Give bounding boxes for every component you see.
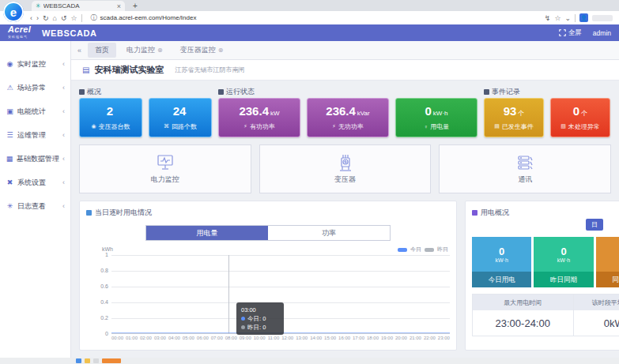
sidebar-item[interactable]: ✳ 日志查看 ‹ bbox=[0, 194, 70, 218]
sidebar-item[interactable]: ✖ 系统设置 ‹ bbox=[0, 171, 70, 194]
tile-yesterday-usage: 0 kW·h 昨日同期 bbox=[534, 237, 593, 287]
profile-label bbox=[592, 15, 613, 21]
station-address: 江苏省无锡市江阴市南闸 bbox=[175, 66, 244, 74]
info-icon[interactable]: ⓘ bbox=[91, 13, 97, 22]
event-list-icon: ▤ bbox=[494, 123, 500, 129]
tab-energy[interactable]: 用电量 bbox=[146, 226, 268, 240]
favorite-icon[interactable]: ☆ bbox=[71, 14, 77, 22]
address-bar: ‹ › ↻ ⌂ ↺ ☆ ⓘ scada.acrel-eem.com/Home/I… bbox=[0, 11, 619, 24]
tab-close-icon[interactable]: ⊗ bbox=[157, 47, 163, 54]
transformer-icon bbox=[336, 154, 355, 171]
chevron-expand-icon: ‹ bbox=[62, 131, 65, 139]
browser-tab[interactable]: ✳ WEBSCADA × bbox=[32, 1, 125, 11]
url-box[interactable]: ⓘ scada.acrel-eem.com/Home/Index bbox=[86, 13, 541, 22]
chevron-expand-icon: ‹ bbox=[62, 60, 65, 68]
x-tick: 13:00 bbox=[296, 336, 308, 340]
period-day-button[interactable]: 日 bbox=[586, 219, 603, 231]
shortcut-label: 变压器 bbox=[334, 174, 356, 185]
sidebar-item-label: 实时监控 bbox=[17, 59, 46, 69]
taskbar-app-icon[interactable] bbox=[85, 358, 90, 363]
x-tick: 07:00 bbox=[211, 336, 223, 340]
taskbar-app-icon[interactable] bbox=[102, 358, 121, 363]
legend-today-icon[interactable] bbox=[398, 248, 407, 252]
x-tick: 03:00 bbox=[154, 336, 166, 340]
y-tick: 0.2 bbox=[91, 315, 108, 321]
sidebar-item[interactable]: ◉ 实时监控 ‹ bbox=[0, 52, 70, 76]
tab-transformer-monitoring[interactable]: 变压器监控 ⊗ bbox=[173, 43, 231, 58]
stat-card-active-power[interactable]: 236.4kW ⚡有功功率 bbox=[218, 98, 300, 137]
forward-icon[interactable]: › bbox=[36, 14, 39, 22]
tab-home[interactable]: 首页 bbox=[88, 43, 116, 58]
x-tick: 12:00 bbox=[281, 336, 293, 340]
usage-overview-title: 用电概况 bbox=[472, 208, 619, 218]
history-icon[interactable]: ↺ bbox=[61, 14, 67, 22]
group-label-overview: 概况 bbox=[79, 86, 212, 98]
tile-today-usage: 0 kW·h 今日用电 bbox=[472, 237, 531, 287]
station-header: ▤ 安科瑞测试实验室 江苏省无锡市江阴市南闸 bbox=[71, 60, 619, 81]
collapse-tabs-icon[interactable]: « bbox=[77, 47, 81, 54]
circuit-icon: ⌘ bbox=[164, 123, 169, 129]
reload-icon[interactable]: ↻ bbox=[43, 14, 49, 22]
tab-power-monitoring[interactable]: 电力监控 ⊗ bbox=[119, 43, 170, 58]
shortcut-transformer[interactable]: 变压器 bbox=[259, 144, 432, 193]
stat-card-energy-usage[interactable]: 0kW·h ♀用电量 bbox=[395, 98, 477, 137]
extension-icon[interactable]: ↯ bbox=[545, 14, 551, 22]
legend-today-label[interactable]: 今日 bbox=[410, 246, 421, 253]
sidebar-item[interactable]: ☰ 运维管理 ‹ bbox=[0, 123, 70, 147]
event-records-icon bbox=[484, 89, 489, 95]
profile-icon[interactable]: 👤 bbox=[579, 13, 588, 22]
sidebar-item-label: 场站异常 bbox=[17, 83, 46, 93]
bookmark-star-icon[interactable]: ☆ bbox=[554, 14, 560, 22]
x-tick: 22:00 bbox=[424, 336, 436, 340]
tab-power-label: 电力监控 bbox=[126, 45, 155, 55]
sidebar-item[interactable]: ⚠ 场站异常 ‹ bbox=[0, 76, 70, 99]
divider bbox=[81, 14, 82, 22]
yesterday-dot-icon bbox=[241, 325, 245, 329]
communication-icon bbox=[515, 154, 534, 171]
sidebar-item[interactable]: ▣ 电能统计 ‹ bbox=[0, 99, 70, 123]
shortcut-row: 电力监控 变压器 bbox=[79, 144, 611, 193]
running-status-icon bbox=[218, 89, 224, 95]
group-label-events: 事件记录 bbox=[484, 86, 610, 98]
stat-card-circuit-count[interactable]: 24 ⌘回路个数 bbox=[149, 98, 212, 137]
back-icon[interactable]: ‹ bbox=[30, 14, 32, 22]
home-icon[interactable]: ⌂ bbox=[53, 14, 57, 22]
reactive-power-icon: ⚡ bbox=[332, 123, 336, 129]
new-tab-button[interactable]: + bbox=[133, 2, 138, 11]
legend-yesterday-label[interactable]: 昨日 bbox=[437, 246, 448, 253]
fullscreen-button[interactable]: 全屏 bbox=[559, 28, 582, 38]
legend-yesterday-icon[interactable] bbox=[425, 248, 434, 252]
sidebar-item-icon: ✖ bbox=[6, 178, 14, 186]
divider bbox=[575, 14, 576, 22]
taskbar-app-icon[interactable] bbox=[93, 358, 99, 363]
tab-close-icon[interactable]: × bbox=[117, 2, 121, 10]
stat-card-reactive-power[interactable]: 236.4kVar ⚡无功功率 bbox=[307, 98, 389, 137]
chevron-expand-icon: ‹ bbox=[62, 84, 65, 92]
sidebar-item-label: 系统设置 bbox=[17, 178, 46, 188]
sidebar-item[interactable]: ▦ 基础数据管理 ‹ bbox=[0, 147, 70, 171]
stat-card-events-occurred[interactable]: 93个 ▤已发生事件 bbox=[484, 98, 544, 137]
user-menu[interactable]: admin bbox=[593, 29, 611, 37]
page-tabbar: « 首页 电力监控 ⊗ 变压器监控 ⊗ bbox=[71, 41, 619, 60]
tab-power[interactable]: 功率 bbox=[268, 226, 390, 240]
acrel-logo-subtext: 安科瑞电气 bbox=[8, 33, 31, 40]
stat-card-unhandled-exceptions[interactable]: 0个 ▧未处理异常 bbox=[550, 98, 610, 137]
plot-area: 1 0.8 0.6 0.4 0.2 0 03:00 今日: 0 昨日: 0 bbox=[111, 255, 450, 334]
usage-icon bbox=[472, 210, 477, 216]
chevron-down-icon[interactable]: ⌄ bbox=[564, 14, 571, 22]
tooltip-time: 03:00 bbox=[241, 306, 279, 314]
chart-crosshair bbox=[228, 255, 229, 334]
exception-icon: ▧ bbox=[560, 123, 566, 129]
table-header-max-time: 最大用电时间 bbox=[473, 298, 573, 307]
url-text[interactable]: scada.acrel-eem.com/Home/Index bbox=[100, 14, 197, 21]
shortcut-communication[interactable]: 通讯 bbox=[439, 144, 611, 193]
stat-card-transformer-count[interactable]: 2 ◉变压器台数 bbox=[79, 98, 142, 137]
x-tick: 19:00 bbox=[381, 336, 393, 340]
tab-close-icon[interactable]: ⊗ bbox=[218, 47, 224, 54]
taskbar-app-icon[interactable] bbox=[76, 358, 81, 363]
station-name: 安科瑞测试实验室 bbox=[94, 64, 164, 76]
tab-home-label: 首页 bbox=[95, 45, 109, 55]
browser-logo-icon[interactable]: e bbox=[3, 2, 24, 22]
shortcut-power-monitoring[interactable]: 电力监控 bbox=[79, 144, 251, 193]
sidebar-item-icon: ☰ bbox=[6, 131, 14, 139]
